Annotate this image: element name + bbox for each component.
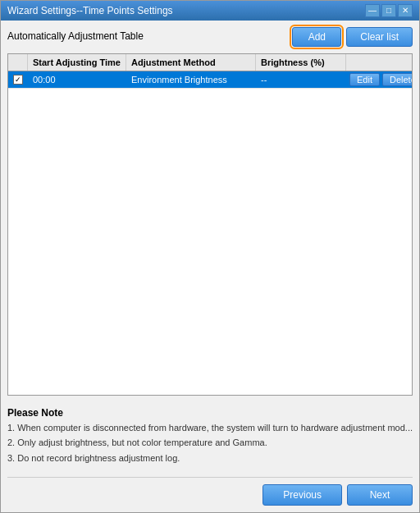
note-item-2: 2. Only adjust brightness, but not color… [7,437,413,449]
row-actions: Edit Delete [346,71,412,88]
footer-bar: Previous Next [1,478,419,512]
adjustment-table: Start Adjusting Time Adjustment Method B… [7,53,413,396]
col-start-time: Start Adjusting Time [28,54,126,71]
edit-row-button[interactable]: Edit [349,73,380,86]
table-header: Start Adjusting Time Adjustment Method B… [8,54,412,71]
add-button[interactable]: Add [292,27,341,47]
note-item-3: 3. Do not record brightness adjustment l… [7,452,413,465]
note-item-1: 1. When computer is disconnected from ha… [7,422,413,434]
notes-section: Please Note 1. When computer is disconne… [7,402,413,470]
col-method: Adjustment Method [126,54,256,71]
col-brightness: Brightness (%) [256,54,346,71]
previous-button[interactable]: Previous [262,484,342,506]
row-brightness: -- [256,71,346,88]
toolbar: Add Clear list [292,27,413,47]
row-checkbox[interactable] [13,75,23,85]
minimize-button[interactable]: — [365,4,380,17]
table-body: 00:00 Environment Brightness -- Edit Del… [8,71,412,395]
main-content: Automatically Adjustment Table Add Clear… [1,21,419,477]
col-actions [346,54,412,71]
row-checkbox-cell[interactable] [8,71,28,88]
wizard-window: Wizard Settings--Time Points Settings — … [0,0,420,513]
row-method: Environment Brightness [126,71,256,88]
col-checkbox [8,54,28,71]
section-title: Automatically Adjustment Table [7,30,144,42]
window-controls: — □ ✕ [365,4,413,17]
delete-row-button[interactable]: Delete [382,73,412,86]
table-row[interactable]: 00:00 Environment Brightness -- Edit Del… [8,71,412,89]
next-button[interactable]: Next [347,484,413,506]
clear-list-button[interactable]: Clear list [346,27,413,47]
title-bar: Wizard Settings--Time Points Settings — … [1,1,419,21]
notes-title: Please Note [7,407,413,419]
window-title: Wizard Settings--Time Points Settings [7,5,173,16]
row-start-time: 00:00 [28,71,126,88]
maximize-button[interactable]: □ [381,4,396,17]
close-button[interactable]: ✕ [398,4,413,17]
